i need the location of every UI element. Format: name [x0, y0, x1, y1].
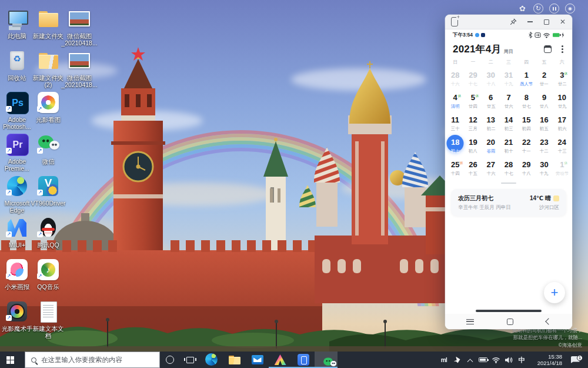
hidden-icons-button[interactable] — [463, 352, 476, 368]
taskbar-app-explorer[interactable] — [223, 352, 246, 368]
phone-mirror-icon — [297, 353, 310, 366]
ime-indicator[interactable]: 中 — [515, 352, 528, 368]
calendar-day-1[interactable]: 1休劳动节 — [553, 157, 571, 180]
pin-icon[interactable] — [510, 18, 517, 25]
desktop-icon-image[interactable]: 微信截图 _20210418... — [65, 7, 94, 47]
task-view-button[interactable] — [180, 352, 200, 368]
maximize-button[interactable] — [543, 18, 550, 25]
desktop-icon-qqmusic[interactable]: ↗QQ音乐 — [34, 258, 63, 290]
calendar-day-17[interactable]: 17初六 — [553, 112, 571, 135]
lunar-label: 廿九 — [554, 103, 570, 109]
eye-icon[interactable]: ◉ — [565, 4, 575, 14]
desktop-icon-miui[interactable]: ↗MIUI+ — [2, 216, 32, 248]
desktop-icon-folder[interactable]: 新建文件夹 — [34, 7, 63, 39]
calendar-day-9[interactable]: 9廿八 — [535, 90, 553, 112]
taskbar-app-photos[interactable] — [269, 352, 292, 368]
calendar-day-28[interactable]: 28十六 — [446, 68, 464, 90]
calendar-day-18[interactable]: 18初七 — [446, 135, 464, 157]
calendar-day-6[interactable]: 6廿五 — [482, 90, 500, 112]
calendar-day-30[interactable]: 30十九 — [535, 157, 553, 180]
desktop-icon-vt960[interactable]: ↗VT960Driver — [34, 174, 63, 207]
calendar-day-24[interactable]: 24十三 — [553, 135, 571, 157]
recents-icon[interactable] — [466, 319, 474, 324]
action-center-button[interactable]: 1 — [564, 356, 586, 363]
drag-handle[interactable] — [445, 180, 572, 187]
calendar-day-26[interactable]: 26十五 — [464, 157, 482, 180]
refresh-icon[interactable]: ↻ — [533, 4, 543, 14]
phone-mirror-window: ✕ 下午3:54 — [445, 15, 572, 329]
taskbar-search[interactable]: 在这里输入你要搜索的内容 — [25, 352, 160, 368]
lunar-label: 劳动节 — [554, 170, 570, 176]
desktop-icon-edge[interactable]: ↗Microsoft Edge — [2, 174, 32, 214]
calendar-day-11[interactable]: 11三十 — [446, 112, 464, 135]
calendar-day-14[interactable]: 14初三 — [500, 112, 517, 135]
desktop-icon-qq[interactable]: ↗腾讯QQ — [34, 216, 63, 248]
desktop-icon-recycle[interactable]: 回收站 — [2, 49, 32, 81]
more-menu-icon[interactable] — [562, 48, 563, 50]
calendar-day-27[interactable]: 27十六 — [482, 157, 500, 180]
calendar-day-13[interactable]: 13初二 — [482, 112, 500, 135]
calendar-day-28[interactable]: 28十七 — [500, 157, 517, 180]
lunar-info-card[interactable]: 农历三月初七 辛丑牛年 壬辰月 丙申日 14℃ 晴 沙河口区 — [451, 189, 566, 216]
calendar-day-2[interactable]: 2廿一 — [535, 68, 553, 90]
calendar-day-30[interactable]: 30十八 — [482, 68, 500, 90]
new-window-icon[interactable] — [451, 17, 458, 26]
lunar-label: 愚人节 — [518, 81, 534, 87]
day-number: 13 — [486, 116, 495, 124]
desktop-icon-gallery[interactable]: ↗小米画报 — [2, 258, 32, 290]
desktop-icon-magic[interactable]: ↗光影魔术手 — [2, 300, 32, 332]
calendar-day-29[interactable]: 29十八 — [517, 157, 535, 180]
home-icon[interactable] — [507, 319, 513, 325]
calendar-day-25[interactable]: 25班十四 — [446, 157, 464, 180]
calendar-day-10[interactable]: 10廿九 — [553, 90, 571, 112]
desktop-icon-folder2[interactable]: 新建文件夹 (2) — [34, 49, 63, 89]
desktop-icon-image[interactable]: 微信截图 _20210418... — [65, 49, 94, 89]
calendar-day-23[interactable]: 23十二 — [535, 135, 553, 157]
calendar-day-1[interactable]: 1愚人节 — [517, 68, 535, 90]
battery-tray-button[interactable] — [476, 352, 489, 368]
pause-icon[interactable] — [549, 4, 559, 14]
taskbar-app-wechat[interactable] — [315, 352, 338, 368]
desktop-icon-textdoc[interactable]: 新建文本文档 — [34, 300, 63, 340]
calendar-view-icon[interactable] — [544, 45, 552, 53]
taskbar-clock[interactable]: 15:38 2021/4/18 — [528, 353, 564, 367]
home-indicator[interactable] — [476, 310, 542, 312]
add-event-button[interactable]: + — [544, 282, 565, 303]
calendar-day-31[interactable]: 31十九 — [500, 68, 517, 90]
calendar-day-16[interactable]: 16初五 — [535, 112, 553, 135]
calendar-day-20[interactable]: 20谷雨 — [482, 135, 500, 157]
calendar-day-3[interactable]: 3休廿二 — [553, 68, 571, 90]
volume-tray-button[interactable] — [502, 352, 515, 368]
calendar-day-8[interactable]: 8廿七 — [517, 90, 535, 112]
taskbar-app-phone-mirror[interactable] — [292, 352, 315, 368]
close-button[interactable]: ✕ — [559, 18, 566, 25]
calendar-day-22[interactable]: 22十一 — [517, 135, 535, 157]
cortana-button[interactable] — [160, 352, 180, 368]
taskbar-app-edge[interactable] — [200, 352, 223, 368]
lunar-label: 十四 — [447, 170, 463, 176]
shortcut-arrow-icon: ↗ — [37, 148, 43, 154]
calendar-day-29[interactable]: 29十七 — [464, 68, 482, 90]
desktop-icon-ps[interactable]: ↗Adobe Photosh... — [2, 91, 32, 131]
desktop-icon-pc[interactable]: 此电脑 — [2, 7, 32, 39]
mi-tray-icon[interactable]: ml — [437, 352, 450, 368]
calendar-day-15[interactable]: 15初四 — [517, 112, 535, 135]
desktop-icon-viewer[interactable]: ↗光影看图 — [34, 91, 63, 123]
search-placeholder: 在这里输入你要搜索的内容 — [41, 356, 122, 364]
calendar-day-12[interactable]: 12三月 — [464, 112, 482, 135]
calendar-day-7[interactable]: 7廿六 — [500, 90, 517, 112]
back-icon[interactable] — [545, 318, 552, 324]
tray-app-button[interactable] — [450, 352, 463, 368]
flower-wallpaper-icon[interactable]: ✿ — [517, 4, 527, 14]
calendar-day-4[interactable]: 4休清明 — [446, 90, 464, 112]
calendar-day-21[interactable]: 21初十 — [500, 135, 517, 157]
taskbar-app-mail[interactable] — [246, 352, 269, 368]
desktop-icon-wechat[interactable]: ↗微信 — [34, 132, 63, 165]
lunar-label: 十七 — [465, 81, 481, 87]
start-button[interactable] — [0, 352, 25, 368]
calendar-day-19[interactable]: 19初八 — [464, 135, 482, 157]
network-tray-button[interactable] — [489, 352, 502, 368]
desktop-icon-pr[interactable]: ↗Adobe Premie... — [2, 132, 32, 173]
calendar-day-5[interactable]: 5休廿四 — [464, 90, 482, 112]
minimize-button[interactable] — [526, 18, 533, 25]
